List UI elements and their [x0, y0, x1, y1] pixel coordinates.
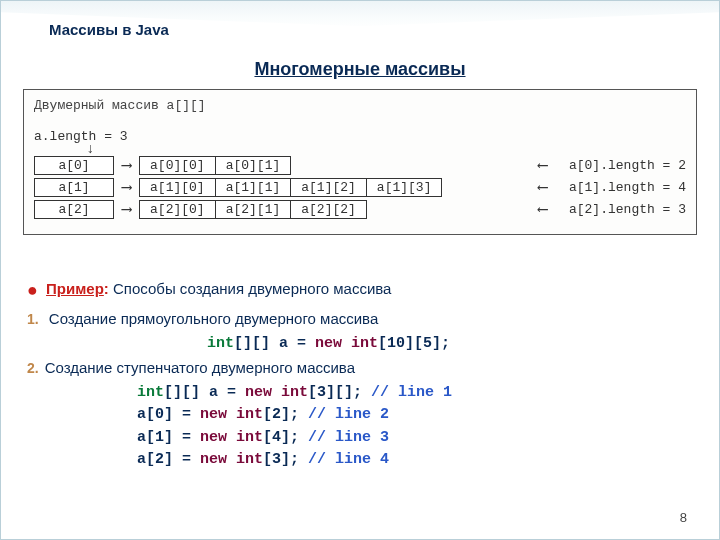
row-length-label: a[1].length = 4 [569, 180, 686, 195]
item-number: 2. [27, 360, 39, 376]
example-label: Пример [46, 280, 104, 297]
item-text: Создание ступенчатого двумерного массива [45, 359, 355, 376]
array-row-cells: a[0][0]a[0][1] [139, 156, 291, 175]
array-cell: a[1][1] [215, 178, 291, 197]
item-number: 1. [27, 311, 39, 327]
arrow-left-icon: ⟵ [538, 200, 547, 219]
code-line: a[2] = new int[3]; // line 4 [137, 449, 693, 472]
code-line: a[0] = new int[2]; // line 2 [137, 404, 693, 427]
diagram-row: a[1]⟶a[1][0]a[1][1]a[1][2]a[1][3]⟵a[1].l… [34, 176, 686, 198]
array-row-cells: a[1][0]a[1][1]a[1][2]a[1][3] [139, 178, 442, 197]
array-row-cells: a[2][0]a[2][1]a[2][2] [139, 200, 367, 219]
code-token: new int [200, 451, 263, 468]
code-token: [2]; [263, 406, 308, 423]
array-head-cell: a[0] [34, 156, 114, 175]
diagram-row: a[2]⟶a[2][0]a[2][1]a[2][2]⟵a[2].length =… [34, 198, 686, 220]
array-cell: a[2][1] [215, 200, 291, 219]
diagram-row: a[0]⟶a[0][0]a[0][1]⟵a[0].length = 2 [34, 154, 686, 176]
array-cell: a[1][0] [139, 178, 215, 197]
code-token: // line 3 [308, 429, 389, 446]
array-cell: a[2][0] [139, 200, 215, 219]
code-token: [3][]; [308, 384, 371, 401]
section-title: Многомерные массивы [1, 59, 719, 80]
code-token: int [207, 335, 234, 352]
row-length-label: a[2].length = 3 [569, 202, 686, 217]
code-token: new int [200, 406, 263, 423]
code-token: [3]; [263, 451, 308, 468]
code-token: [][] a = [164, 384, 245, 401]
arrow-right-icon: ⟶ [122, 178, 131, 197]
diagram-length-line: a.length = 3 [34, 129, 686, 144]
code-token: [10][5]; [378, 335, 450, 352]
code-token: // line 4 [308, 451, 389, 468]
numbered-item: 1. Создание прямоугольного двумерного ма… [27, 308, 693, 331]
example-heading: ● Пример: Способы создания двумерного ма… [27, 277, 693, 304]
array-cell: a[0][0] [139, 156, 215, 175]
code-line: a[1] = new int[4]; // line 3 [137, 427, 693, 450]
code-line: int[][] a = new int[10][5]; [207, 333, 693, 356]
code-token: new int [315, 335, 378, 352]
code-token: new int [245, 384, 308, 401]
example-text: Способы создания двумерного массива [113, 280, 391, 297]
arrow-right-icon: ⟶ [122, 156, 131, 175]
code-token: int [137, 384, 164, 401]
array-head-cell: a[1] [34, 178, 114, 197]
code-token: // line 1 [371, 384, 452, 401]
code-token: new int [200, 429, 263, 446]
example-colon: : [104, 280, 113, 297]
code-token: [][] a = [234, 335, 315, 352]
diagram-title: Двумерный массив a[][] [34, 98, 686, 113]
code-token: a[2] = [137, 451, 200, 468]
array-cell: a[0][1] [215, 156, 292, 175]
row-length-label: a[0].length = 2 [569, 158, 686, 173]
code-token: [4]; [263, 429, 308, 446]
arrow-left-icon: ⟵ [538, 156, 547, 175]
arrow-left-icon: ⟵ [538, 178, 547, 197]
page-number: 8 [680, 510, 687, 525]
code-line: int[][] a = new int[3][]; // line 1 [137, 382, 693, 405]
array-cell: a[1][3] [366, 178, 443, 197]
code-token: a[1] = [137, 429, 200, 446]
arrow-down-icon: ↓ [86, 144, 686, 154]
array-cell: a[1][2] [290, 178, 366, 197]
arrow-right-icon: ⟶ [122, 200, 131, 219]
array-cell: a[2][2] [290, 200, 367, 219]
code-token: a[0] = [137, 406, 200, 423]
slide-title: Массивы в Java [49, 21, 169, 38]
numbered-item: 2.Создание ступенчатого двумерного масси… [27, 357, 693, 380]
content-area: ● Пример: Способы создания двумерного ма… [27, 277, 693, 472]
code-token: // line 2 [308, 406, 389, 423]
bullet-icon: ● [27, 280, 38, 300]
array-diagram: Двумерный массив a[][] a.length = 3 ↓ a[… [23, 89, 697, 235]
array-head-cell: a[2] [34, 200, 114, 219]
item-text: Создание прямоугольного двумерного масси… [45, 310, 379, 327]
